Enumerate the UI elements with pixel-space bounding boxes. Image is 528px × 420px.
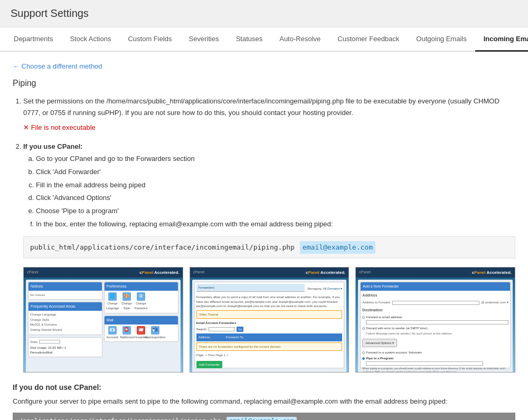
tab-custom-fields[interactable]: Custom Fields [119,27,180,52]
tab-severities[interactable]: Severities [181,27,228,52]
cpanel-step-a: Go to your CPanel and go to the Forwarde… [36,152,515,166]
tab-outgoing-emails[interactable]: Outgoing Emails [408,27,475,52]
error-icon: ✕ [23,123,29,131]
cpanel-step-b: Click 'Add Forwarder' [36,166,515,179]
tab-auto-resolve[interactable]: Auto-Resolve [271,27,329,52]
code-block-cpanel: public_html/applications/core/interface/… [23,236,515,259]
main-steps-list: Set the permissions on the /home/marcs/p… [23,96,515,373]
step2-label: If you use CPanel: [23,142,83,150]
screenshot-cpanel-main: cPanel cPanel Accelerated. Notices No no… [23,267,183,373]
tab-customer-feedback[interactable]: Customer Feedback [329,27,408,52]
non-cpanel-title: If you do not use CPanel: [13,383,515,392]
step-2: If you use CPanel: Go to your CPanel and… [23,141,515,372]
page-title: Support Settings [11,7,517,20]
non-cpanel-desc: Configure your server to pipe emails sen… [13,396,515,407]
back-link[interactable]: ← Choose a different method [13,62,102,70]
error-text: File is not executable [31,123,96,131]
error-message: ✕ File is not executable [23,122,515,133]
section-title: Piping [13,79,515,88]
code-path: public_html/applications/core/interface/… [30,242,295,253]
cpanel-steps-list: Go to your CPanel and go to the Forwarde… [36,152,515,231]
screenshots-row: cPanel cPanel Accelerated. Notices No no… [23,267,515,373]
non-cpanel-code-path: /applications/core/interface/incomingema… [19,417,221,420]
tab-departments[interactable]: Departments [5,27,61,52]
non-cpanel-code-email: email@example.com [227,417,297,420]
step1-text: Set the permissions on the /home/marcs/p… [23,97,499,117]
tab-incoming-emails[interactable]: Incoming Emails [475,27,528,52]
page-header: Support Settings [0,0,528,27]
non-cpanel-section: If you do not use CPanel: Configure your… [13,383,515,420]
cpanel-step-e: Choose 'Pipe to a program' [36,205,515,218]
screenshot-forwarders: cPanel cPanel Accelerated. Forwarders Ma… [190,267,350,373]
tabs-navigation: Departments Stock Actions Custom Fields … [0,27,528,52]
code-block-non-cpanel: /applications/core/interface/incomingema… [13,413,515,420]
tab-statuses[interactable]: Statuses [228,27,271,52]
cpanel-step-f: In the box, enter the following, replaci… [36,218,515,231]
step-1: Set the permissions on the /home/marcs/p… [23,96,515,133]
tab-stock-actions[interactable]: Stock Actions [61,27,119,52]
screenshot-add-forwarder: cPanel cPanel Accelerated. Add a New For… [355,267,515,373]
code-email: email@example.com [300,241,375,254]
content-area: ← Choose a different method Piping Set t… [0,52,528,420]
cpanel-step-c: Fill in the email address being piped [36,179,515,192]
cpanel-step-d: Click 'Advanced Options' [36,192,515,205]
